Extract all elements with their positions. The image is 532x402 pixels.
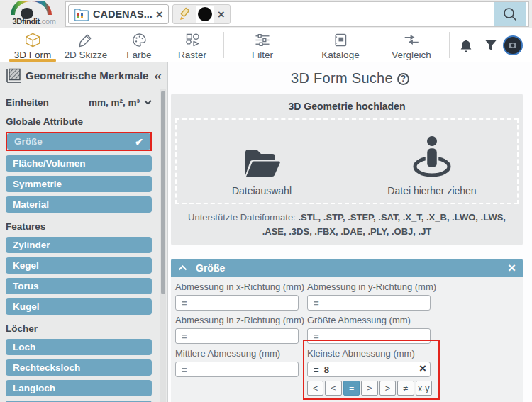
main-content: 3D Form Suche? 3D Geometrie hochladen Da… [168,62,532,402]
sidebar-item-kegel[interactable]: Kegel [6,257,152,274]
sketch-pencil-icon [178,7,192,21]
dim-max-input[interactable] [307,328,431,344]
search-term-chip-cadenas[interactable]: CADENAS... × [68,4,169,24]
toolbar-separator [223,32,224,58]
dim-min-input-wrap: × [307,362,431,377]
catalog-book-icon [333,33,348,48]
tab-label: Farbe [126,50,151,60]
mode-toolbar: 3D Form 2D Skizze Farbe Raster [0,28,532,62]
tab-label: 2D Skizze [65,50,108,60]
help-icon[interactable]: ? [397,73,409,85]
sidebar-item-flaeche-volumen[interactable]: Fläche/Volumen [6,155,152,172]
size-panel-header[interactable]: Größe × [171,259,523,277]
search-input[interactable]: CADENAS... × × [65,1,529,27]
operator-le[interactable]: ≤ [325,381,341,396]
sidebar-title: Geometrische Merkmale [26,69,148,82]
item-label: Kegel [13,260,39,271]
tab-3d-form[interactable]: 3D Form [14,33,52,60]
field-label: Abmessung in z-Richtung (mm) [175,315,304,325]
clear-value-icon[interactable]: × [419,362,426,376]
tab-2d-skizze[interactable]: 2D Skizze [65,33,108,60]
item-label: Rechtecksloch [13,362,80,373]
page-title: 3D Form Suche? [168,70,532,86]
3dfindit-logo[interactable]: 3Dfindit.com [4,1,64,26]
field-label: Abmessung in x-Richtung (mm) [175,281,304,292]
tab-label: Filter [252,50,273,60]
field-label: Abmessung in y-Richtung (mm) [307,281,436,292]
page-title-text: 3D Form Suche [291,70,393,86]
size-fields: Abmessung in x-Richtung (mm) Abmessung i… [171,277,523,396]
sidebar-item-loch[interactable]: Loch [6,339,152,355]
tab-label: Kataloge [321,50,359,60]
upload-heading: 3D Geometrie hochladen [175,101,519,112]
search-icon [502,6,518,22]
sidebar-scrollbar[interactable] [160,89,166,402]
dim-x-input[interactable] [175,295,299,311]
operator-gt[interactable]: > [379,381,396,396]
formats-list: .STL, .STP, .STEP, .SAT, .X_T, .X_B, .LW… [262,212,506,237]
notifications-bell-icon[interactable] [459,38,473,54]
check-icon: ✔ [135,136,143,147]
sidebar-item-zylinder[interactable]: Zylinder [6,237,152,253]
field-dim-min-highlighted: Kleinste Abmessung (mm) × < ≤ = ≥ > ≠ x-… [307,344,436,396]
sidebar-item-kugel[interactable]: Kugel [6,298,152,315]
drag-drop-label: Datei hierher ziehen [387,185,476,196]
file-select-label: Dateiauswahl [232,185,292,196]
sidebar-item-groesse[interactable]: Größe ✔ [7,133,150,150]
operator-ne[interactable]: ≠ [397,381,414,396]
tab-vergleich[interactable]: Vergleich [392,33,431,60]
chevron-down-icon [144,100,152,105]
user-avatar[interactable] [503,35,523,55]
sidebar-item-rechtecksloch[interactable]: Rechtecksloch [6,359,152,376]
item-label: Kugel [13,301,40,312]
operator-lt[interactable]: < [307,381,323,396]
drag-drop-target[interactable]: Datei hierher ziehen [347,128,517,196]
operator-range[interactable]: x-y [416,381,432,396]
sidebar-item-symmetrie[interactable]: Symmetrie [6,176,152,192]
scrollbar-thumb[interactable] [161,91,165,294]
close-panel-icon[interactable]: × [508,261,516,274]
cube-icon [24,33,40,48]
sketch-thumbnail [196,6,214,23]
sketch-black-circle [198,7,212,21]
item-label: Symmetrie [13,179,62,189]
tab-filter[interactable]: Filter [252,33,273,60]
dim-y-input[interactable] [307,295,431,311]
file-select-button[interactable]: Dateiauswahl [177,128,347,196]
dim-z-input[interactable] [175,328,299,344]
search-term-label: CADENAS... [93,9,153,20]
tab-raster[interactable]: Raster [178,33,206,60]
logo-text: 3Dfindit.com [4,18,64,26]
field-dim-max: Größte Abmessung (mm) [307,311,436,344]
item-label: Größe [14,136,43,147]
sidebar-item-torus[interactable]: Torus [6,278,152,294]
group-heading-loecher: Löcher [6,323,152,334]
collapse-sidebar-icon[interactable]: « [154,69,162,82]
units-dropdown[interactable]: mm, m², m³ [89,97,152,108]
search-sketch-chip[interactable]: × [172,4,231,24]
operator-buttons: < ≤ = ≥ > ≠ x-y [307,381,432,396]
tab-farbe[interactable]: Farbe [126,33,151,60]
palette-icon [131,33,147,48]
dim-mid-input[interactable] [175,362,299,377]
formats-prefix: Unterstützte Dateiformate: [188,212,298,223]
search-button[interactable] [494,2,526,26]
tab-kataloge[interactable]: Kataloge [321,33,359,60]
remove-sketch-icon[interactable]: × [218,9,225,21]
filter-funnel-icon[interactable] [484,38,498,52]
field-dim-mid: Mittlere Abmessung (mm) [175,344,304,396]
remove-term-icon[interactable]: × [156,9,163,21]
dim-min-input[interactable] [307,362,431,377]
top-search-bar: 3Dfindit.com CADENAS... × × [0,0,532,28]
operator-eq[interactable]: = [343,381,360,396]
upload-dropzone[interactable]: Dateiauswahl Datei hierher ziehen [175,118,519,204]
operator-ge[interactable]: ≥ [361,381,377,396]
sidebar-item-material[interactable]: Material [6,196,152,213]
pencil-icon [78,33,94,48]
field-label: Größte Abmessung (mm) [307,315,436,325]
group-heading-globale-attribute: Globale Attribute [6,116,152,127]
open-folder-icon [241,147,282,179]
sidebar-item-langloch[interactable]: Langloch [6,380,152,396]
sliders-icon [254,33,271,48]
group-heading-features: Features [6,221,152,232]
